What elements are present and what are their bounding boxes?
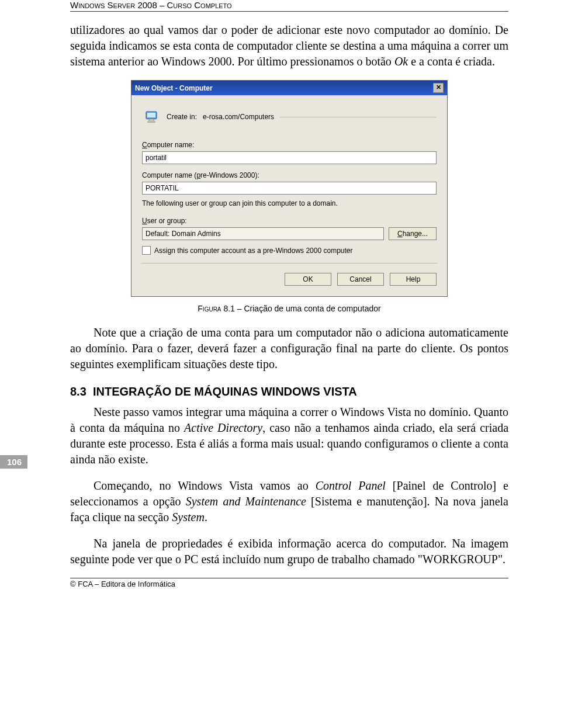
- paragraph-note: Note que a criação de uma conta para um …: [70, 325, 508, 372]
- svg-rect-2: [149, 119, 154, 121]
- svg-rect-3: [147, 121, 155, 122]
- assign-prewin-label: Assign this computer account as a pre-Wi…: [154, 247, 353, 255]
- computer-icon: [143, 108, 161, 126]
- running-header: Windows Server 2008 – Curso Completo: [70, 0, 508, 12]
- paragraph-3: Neste passo vamos integrar uma máquina a…: [70, 404, 508, 467]
- close-icon[interactable]: ✕: [433, 83, 444, 93]
- page-footer: © FCA – Editora de Informática: [70, 578, 508, 588]
- user-group-label: User or group:User or group:: [142, 217, 437, 225]
- dialog-title-text: New Object - Computer: [135, 84, 213, 92]
- prewin-name-label: Computer name (pre-Windows 2000):Compute…: [142, 171, 437, 179]
- system-maintenance: System and Maintenance: [186, 495, 306, 508]
- dialog-container: New Object - Computer ✕ Create in: e-ros…: [70, 80, 508, 297]
- divider: [280, 117, 437, 117]
- system: System: [172, 511, 205, 524]
- computer-name-input[interactable]: [142, 151, 437, 164]
- create-in-value: e-rosa.com/Computers: [203, 113, 274, 121]
- cancel-button[interactable]: Cancel: [337, 273, 384, 286]
- paragraph-1: utilizadores ao qual vamos dar o poder d…: [70, 22, 508, 70]
- text: .: [205, 511, 207, 524]
- active-directory: Active Directory: [184, 421, 262, 434]
- divider: [141, 263, 438, 264]
- figure-text: – Criação de uma conta de computador: [235, 304, 381, 313]
- computer-name-label: Computer nComputer name:ame:: [142, 141, 437, 149]
- create-in-label: Create in:: [167, 113, 197, 121]
- info-text: The following user or group can join thi…: [142, 199, 437, 207]
- figure-label: Figura: [198, 304, 221, 313]
- assign-prewin-checkbox[interactable]: [142, 246, 151, 255]
- figure-caption: Figura 8.1 – Criação de uma conta de com…: [70, 304, 508, 313]
- paragraph-4: Começando, no Windows Vista vamos ao Con…: [70, 478, 508, 525]
- text: e a conta é criada.: [408, 55, 495, 68]
- help-button[interactable]: Help: [390, 273, 437, 286]
- user-group-input[interactable]: [142, 227, 384, 240]
- paragraph-5: Na janela de propriedades é exibida info…: [70, 536, 508, 567]
- page-number-badge: 106: [0, 455, 27, 469]
- svg-rect-1: [147, 113, 155, 117]
- prewin-name-input[interactable]: [142, 182, 437, 195]
- ok-literal: Ok: [394, 55, 408, 68]
- change-button[interactable]: Change...: [389, 227, 437, 240]
- figure-number: 8.1: [223, 304, 234, 313]
- text: Começando, no Windows Vista vamos ao: [94, 479, 316, 492]
- ok-button[interactable]: OK: [285, 273, 331, 286]
- section-title: INTEGRAÇÃO DE MÁQUINAS WINDOWS VISTA: [93, 385, 357, 398]
- control-panel: Control Panel: [316, 479, 386, 492]
- section-heading: 8.3 INTEGRAÇÃO DE MÁQUINAS WINDOWS VISTA: [70, 385, 508, 398]
- section-number: 8.3: [70, 385, 86, 398]
- dialog-titlebar[interactable]: New Object - Computer ✕: [131, 81, 447, 95]
- new-object-computer-dialog: New Object - Computer ✕ Create in: e-ros…: [131, 80, 448, 297]
